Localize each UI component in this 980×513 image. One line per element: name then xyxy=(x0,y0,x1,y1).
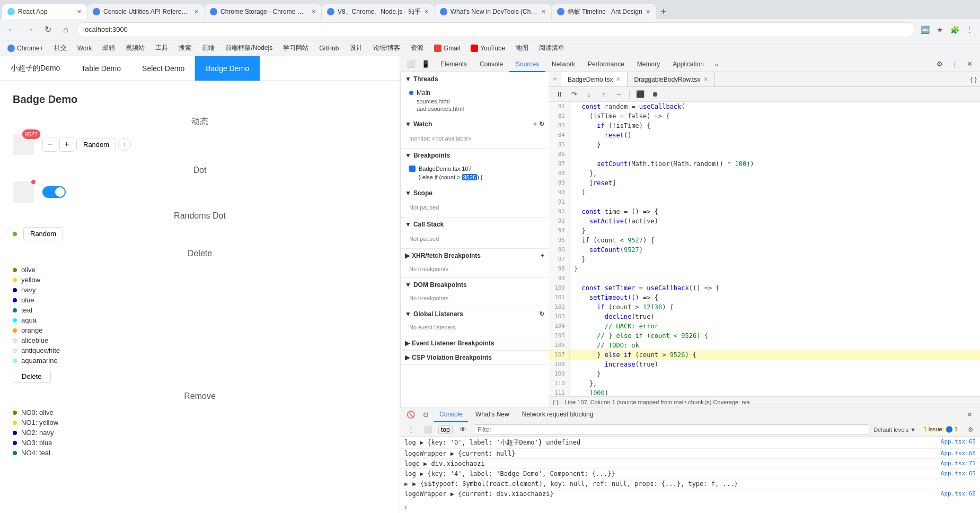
delete-button[interactable]: Delete xyxy=(13,370,51,383)
deactivate-breakpoints-icon[interactable]: ⬛ xyxy=(634,88,647,101)
new-tab-button[interactable]: + xyxy=(656,4,671,19)
console-source-link[interactable]: App.tsx:65 xyxy=(941,470,976,477)
console-expand-icon[interactable]: ▶ xyxy=(404,480,408,488)
step-over-icon[interactable]: ↷ xyxy=(568,88,580,101)
dom-header[interactable]: ▼ DOM Breakpoints xyxy=(401,278,549,292)
console-tab-whatsnew[interactable]: What's New xyxy=(470,407,515,422)
devtools-more-icon[interactable]: ⋮ xyxy=(948,58,961,71)
bookmark-work[interactable]: Work xyxy=(74,44,95,53)
sources-nav-icon[interactable]: ≡ xyxy=(549,73,561,86)
thread-file-audio[interactable]: audiosources.html xyxy=(417,105,544,112)
console-settings-icon[interactable]: ⚙ xyxy=(965,424,976,435)
badge-increment-button[interactable]: + xyxy=(59,137,74,152)
home-button[interactable]: ⌂ xyxy=(58,22,73,37)
dt-tab-elements[interactable]: Elements xyxy=(434,57,473,72)
bookmark-learning[interactable]: 学习网站 xyxy=(280,42,312,54)
bookmark-search[interactable]: 搜索 xyxy=(175,42,195,54)
refresh-button[interactable]: ↻ xyxy=(40,22,55,37)
watch-header[interactable]: ▼ Watch + ↻ xyxy=(401,117,549,131)
back-button[interactable]: ← xyxy=(4,22,19,37)
console-source-link[interactable]: App.tsx:68 xyxy=(941,450,976,457)
code-editor[interactable]: 81 const random = useCallback(82 (isTime… xyxy=(549,102,980,396)
bookmark-forum[interactable]: 论坛/博客 xyxy=(370,42,403,54)
console-clear-icon[interactable]: 🚫 xyxy=(404,408,417,421)
bookmark-video[interactable]: 视频站 xyxy=(122,42,148,54)
console-devtools-icon[interactable]: ⬜ xyxy=(421,423,434,436)
tab-close-5[interactable]: ✕ xyxy=(541,8,546,15)
tab-close-3[interactable]: ✕ xyxy=(311,8,316,15)
threads-header[interactable]: ▼ Threads xyxy=(401,72,549,86)
xhr-add-icon[interactable]: + xyxy=(541,252,544,259)
csp-header[interactable]: ▶ CSP Violation Breakpoints xyxy=(401,351,549,364)
badge-decrement-button[interactable]: − xyxy=(42,137,57,152)
devtools-device-icon[interactable]: 📱 xyxy=(419,58,432,71)
watch-refresh-icon[interactable]: ↻ xyxy=(539,120,544,128)
console-eye-icon[interactable]: 👁 xyxy=(457,423,470,436)
extensions-icon[interactable]: 🧩 xyxy=(948,23,961,36)
pause-resume-icon[interactable]: ⏸ xyxy=(553,88,566,101)
bookmark-youtube[interactable]: YouTube xyxy=(467,44,508,53)
console-source-link[interactable]: App.tsx:71 xyxy=(941,460,976,467)
toggle-switch[interactable] xyxy=(42,186,66,198)
console-tab-console[interactable]: Console xyxy=(434,407,468,422)
xhr-header[interactable]: ▶ XHR/fetch Breakpoints + xyxy=(401,249,549,263)
devtools-inspect-icon[interactable]: ⬜ xyxy=(404,58,417,71)
console-source-link[interactable]: App.tsx:65 xyxy=(941,438,976,445)
top-selector[interactable]: top xyxy=(438,425,453,434)
bookmark-resources[interactable]: 资源 xyxy=(408,42,427,54)
dt-tab-more[interactable]: » xyxy=(710,57,722,72)
browser-tab-4[interactable]: V8、Chrome、Node.js - 知乎 ✕ xyxy=(322,4,434,19)
bookmark-tools[interactable]: 工具 xyxy=(152,42,171,54)
devtools-settings-icon[interactable]: ⚙ xyxy=(933,58,946,71)
console-input[interactable] xyxy=(410,503,976,510)
console-filter-input[interactable] xyxy=(474,424,870,435)
sources-format-icon[interactable]: { } xyxy=(967,73,980,86)
forward-button[interactable]: → xyxy=(22,22,37,37)
bookmark-email[interactable]: 邮箱 xyxy=(99,42,118,54)
dt-tab-performance[interactable]: Performance xyxy=(581,57,631,72)
sources-tab-draggable-close[interactable]: ✕ xyxy=(703,76,708,83)
info-icon[interactable]: i xyxy=(118,138,131,151)
bookmark-gmail[interactable]: Gmail xyxy=(431,44,463,53)
randoms-random-button[interactable]: Random xyxy=(23,227,63,240)
bookmark-frameworks[interactable]: 前端框架/Nodejs xyxy=(222,42,276,54)
step-out-icon[interactable]: ↑ xyxy=(597,88,610,101)
console-tab-network-blocking[interactable]: Network request blocking xyxy=(517,407,599,422)
dt-tab-memory[interactable]: Memory xyxy=(631,57,666,72)
step-icon[interactable]: → xyxy=(612,88,625,101)
breakpoints-header[interactable]: ▼ Breakpoints xyxy=(401,149,549,162)
console-more-icon[interactable]: ⋮ xyxy=(404,423,417,436)
nav-select[interactable]: Select Demo xyxy=(131,56,195,81)
tab-close-6[interactable]: ✕ xyxy=(646,8,650,15)
browser-tab-5[interactable]: What's New in DevTools (Chro... ✕ xyxy=(435,4,551,19)
console-level-selector[interactable]: Default levels ▼ xyxy=(873,427,916,433)
sources-tab-draggable[interactable]: DraggableBodyRow.tsx ✕ xyxy=(628,72,715,87)
bookmark-chrome-plus[interactable]: Chrome+ xyxy=(4,44,47,53)
step-into-icon[interactable]: ↓ xyxy=(582,88,595,101)
pause-exceptions-icon[interactable]: ⏺ xyxy=(649,88,661,101)
bookmark-social[interactable]: 社交 xyxy=(51,42,70,54)
tab-close-2[interactable]: ✕ xyxy=(194,8,199,15)
browser-tab-react[interactable]: React App ✕ xyxy=(2,4,87,19)
dt-tab-application[interactable]: Application xyxy=(666,57,710,72)
devtools-close-button[interactable]: ✕ xyxy=(963,58,976,71)
call-stack-header[interactable]: ▼ Call Stack xyxy=(401,218,549,231)
bookmark-frontend[interactable]: 前端 xyxy=(199,42,218,54)
nav-table[interactable]: Table Demo xyxy=(70,56,131,81)
console-source-link[interactable]: App.tsx:68 xyxy=(941,490,976,497)
dt-tab-console[interactable]: Console xyxy=(473,57,509,72)
nav-xiaochaozi[interactable]: 小超子的Demo xyxy=(0,56,70,81)
tab-close-4[interactable]: ✕ xyxy=(424,8,429,15)
translate-icon[interactable]: 🔤 xyxy=(919,23,931,36)
watch-add-icon[interactable]: + xyxy=(533,120,537,128)
browser-tab-6[interactable]: 蚂蚁 Timeline - Ant Design ✕ xyxy=(552,4,656,19)
dt-tab-sources[interactable]: Sources xyxy=(509,57,545,72)
sources-tab-badgedemo-close[interactable]: ✕ xyxy=(616,76,621,83)
browser-tab-3[interactable]: Chrome Storage - Chrome De... ✕ xyxy=(205,4,321,19)
url-bar[interactable]: localhost:3000 xyxy=(76,22,915,37)
bookmark-star-icon[interactable]: ★ xyxy=(933,23,946,36)
tab-close-react[interactable]: ✕ xyxy=(77,8,82,15)
browser-tab-2[interactable]: Console Utilities API Reference... ✕ xyxy=(87,4,204,19)
bookmark-maps[interactable]: 地图 xyxy=(513,42,532,54)
thread-file-sources[interactable]: sources.html xyxy=(417,98,544,105)
